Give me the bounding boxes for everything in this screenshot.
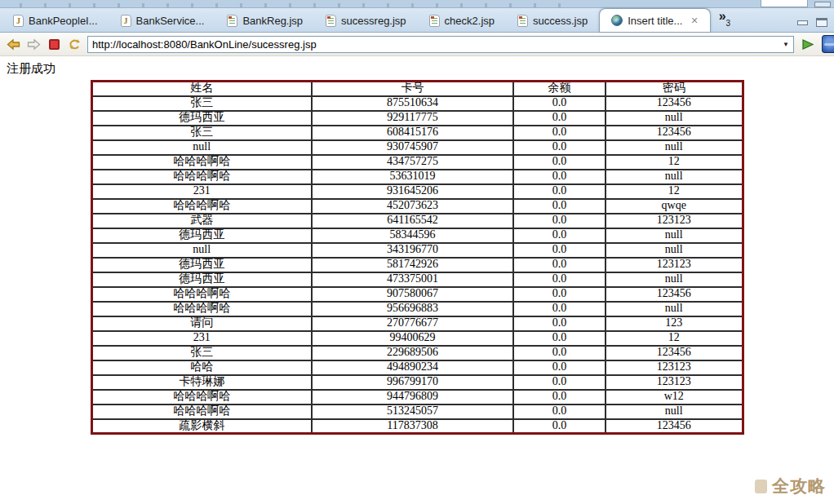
cell-card-number: 58344596 <box>312 228 513 243</box>
cell-password: null <box>606 111 743 126</box>
cell-balance: 0.0 <box>513 316 606 331</box>
stop-button[interactable] <box>47 37 61 51</box>
table-header-cell: 余额 <box>513 82 606 96</box>
close-icon[interactable]: ✕ <box>690 16 698 25</box>
cell-password: 123123 <box>606 375 743 390</box>
cell-name: 哈哈哈啊哈 <box>91 405 312 419</box>
editor-tab-label: sucessreg.jsp <box>341 15 406 26</box>
cell-card-number: 270776677 <box>312 316 513 331</box>
forward-button[interactable] <box>26 37 41 51</box>
cell-password: 123456 <box>606 287 743 302</box>
back-button[interactable] <box>6 37 20 51</box>
table-row: 疏影横斜 117837308 0.0 123456 <box>91 419 743 434</box>
refresh-button[interactable] <box>67 37 82 51</box>
cell-password: w12 <box>606 390 743 405</box>
stop-icon <box>49 39 60 50</box>
view-controls <box>797 18 834 32</box>
cell-balance: 0.0 <box>513 375 606 390</box>
cell-card-number: 473375001 <box>312 272 513 287</box>
cell-name: 张三 <box>91 96 312 111</box>
cell-balance: 0.0 <box>513 111 606 126</box>
cell-card-number: 513245057 <box>312 405 513 419</box>
cell-password: null <box>606 228 743 243</box>
cell-password: qwqe <box>606 199 743 214</box>
cell-name: 哈哈哈啊哈 <box>91 170 312 184</box>
cell-card-number: 117837308 <box>312 419 513 434</box>
cell-password: 12 <box>606 155 743 170</box>
maximize-icon[interactable] <box>816 18 827 27</box>
jsp-file-icon <box>517 15 528 27</box>
table-header-cell: 姓名 <box>91 82 312 96</box>
cell-password: null <box>606 405 743 419</box>
cell-card-number: 494890234 <box>312 360 513 375</box>
cell-name: 卡特琳娜 <box>91 375 312 390</box>
table-row: null 930745907 0.0 null <box>91 140 743 155</box>
cell-password: 123123 <box>606 258 743 272</box>
cell-balance: 0.0 <box>513 360 606 375</box>
cell-name: null <box>91 243 312 258</box>
tab-overflow-indicator[interactable]: » 3 <box>719 11 730 32</box>
cell-name: 武器 <box>91 214 312 228</box>
cell-name: 德玛西亚 <box>91 111 312 126</box>
cell-card-number: 956696883 <box>312 302 513 316</box>
go-button[interactable] <box>801 38 814 51</box>
editor-tab[interactable]: sucessreg.jsp <box>314 9 417 32</box>
external-browser-icon[interactable] <box>822 35 834 53</box>
user-table: 姓名 卡号 余额 密码 张三 875510634 0.0 <box>91 80 744 435</box>
url-input[interactable] <box>88 38 779 51</box>
quick-access-box[interactable] <box>761 0 808 7</box>
editor-tab-bar: J BankPeopleI... J BankService... BankRe… <box>0 8 834 33</box>
table-row: 哈哈哈啊哈 956696883 0.0 null <box>91 302 743 316</box>
watermark-text: 全攻略 <box>772 475 826 497</box>
cell-name: 德玛西亚 <box>91 228 312 243</box>
table-row: 张三 229689506 0.0 123456 <box>91 346 743 360</box>
table-row: 231 99400629 0.0 12 <box>91 331 743 346</box>
cell-balance: 0.0 <box>513 96 606 111</box>
table-row: 哈哈哈啊哈 434757275 0.0 12 <box>91 155 743 170</box>
table-row: 张三 875510634 0.0 123456 <box>91 96 743 111</box>
chevron-down-icon[interactable]: ▼ <box>779 37 793 52</box>
cell-card-number: 875510634 <box>312 96 513 111</box>
table-row: 卡特琳娜 996799170 0.0 123123 <box>91 375 743 390</box>
cell-name: 哈哈哈啊哈 <box>91 287 312 302</box>
minimize-icon[interactable] <box>797 20 808 25</box>
table-row: 哈哈哈啊哈 452073623 0.0 qwqe <box>91 199 743 214</box>
cell-balance: 0.0 <box>513 302 606 316</box>
cell-password: 123123 <box>606 214 743 228</box>
table-row: 哈哈哈啊哈 907580067 0.0 123456 <box>91 287 743 302</box>
cell-name: null <box>91 140 312 155</box>
refresh-icon <box>68 38 82 51</box>
cell-name: 哈哈 <box>91 360 312 375</box>
main-toolbar-cropped <box>0 0 834 8</box>
editor-tab-label: Insert title... <box>628 15 682 26</box>
cell-name: 231 <box>91 331 312 346</box>
cell-password: null <box>606 272 743 287</box>
editor-tab[interactable]: J BankPeopleI... <box>2 9 109 32</box>
cell-balance: 0.0 <box>513 228 606 243</box>
cell-name: 231 <box>91 184 312 199</box>
back-arrow-icon <box>7 38 20 51</box>
toolbar-icon-fragments <box>3 3 574 7</box>
editor-tab-label: BankReg.jsp <box>242 15 303 26</box>
cell-balance: 0.0 <box>513 170 606 184</box>
cell-card-number: 996799170 <box>312 375 513 390</box>
cell-balance: 0.0 <box>513 199 606 214</box>
cell-card-number: 434757275 <box>312 155 513 170</box>
editor-tab[interactable]: BankReg.jsp <box>215 9 314 32</box>
editor-tab[interactable]: J BankService... <box>109 9 216 32</box>
forward-arrow-icon <box>27 38 41 51</box>
cell-card-number: 608415176 <box>312 126 513 140</box>
cell-name: 哈哈哈啊哈 <box>91 155 312 170</box>
table-row: 德玛西亚 473375001 0.0 null <box>91 272 743 287</box>
browser-toolbar: ▼ <box>0 33 834 56</box>
watermark: 全攻略 <box>755 475 826 497</box>
editor-tab[interactable]: check2.jsp <box>418 9 506 32</box>
cell-balance: 0.0 <box>513 390 606 405</box>
cell-card-number: 229689506 <box>312 346 513 360</box>
editor-tab[interactable]: Insert title... ✕ <box>599 8 710 32</box>
cell-password: 123456 <box>606 126 743 140</box>
editor-tab-label: BankService... <box>136 15 205 26</box>
cell-name: 哈哈哈啊哈 <box>91 390 312 405</box>
editor-tab[interactable]: success.jsp <box>506 9 599 32</box>
cell-password: 123456 <box>606 96 743 111</box>
